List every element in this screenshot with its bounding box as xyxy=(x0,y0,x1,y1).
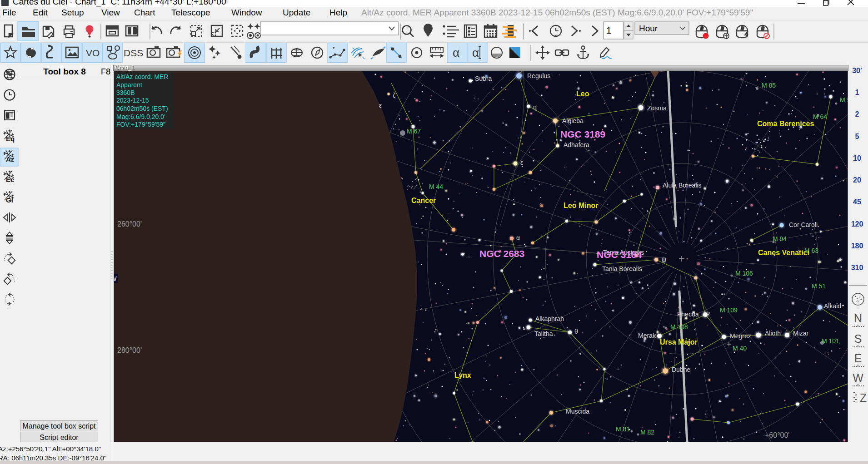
svg-text:3360B: 3360B xyxy=(116,89,135,96)
svg-text:VO: VO xyxy=(86,48,100,58)
svg-text:W: W xyxy=(853,371,863,384)
svg-text:Hour: Hour xyxy=(639,24,658,33)
svg-text:Cancer: Cancer xyxy=(411,197,436,204)
svg-text:280°00': 280°00' xyxy=(117,346,142,354)
svg-text:2023-12-15: 2023-12-15 xyxy=(116,97,149,104)
svg-text:ζ: ζ xyxy=(393,92,395,99)
svg-text:Eq: Eq xyxy=(6,135,15,143)
svg-text:M 101: M 101 xyxy=(822,337,839,345)
svg-text:M 109: M 109 xyxy=(720,306,738,314)
svg-text:M 94: M 94 xyxy=(773,235,787,242)
svg-text:M 81: M 81 xyxy=(616,425,630,433)
svg-text:1: 1 xyxy=(606,25,611,35)
svg-text:α: α xyxy=(453,46,459,59)
svg-text:θ: θ xyxy=(574,328,578,335)
svg-text:M 63: M 63 xyxy=(804,247,818,254)
svg-text:Canes Venatici: Canes Venatici xyxy=(758,249,809,257)
svg-text:Megrez: Megrez xyxy=(730,332,751,340)
svg-text:M 51: M 51 xyxy=(812,282,826,290)
svg-text:Alt/Az coord. MER: Alt/Az coord. MER xyxy=(116,73,168,80)
svg-text:Z: Z xyxy=(860,391,867,404)
svg-text:Dubhe: Dubhe xyxy=(672,366,690,373)
svg-text:Leo Minor: Leo Minor xyxy=(564,202,598,209)
svg-text:M 106: M 106 xyxy=(735,270,753,277)
svg-text:ε: ε xyxy=(379,102,382,109)
svg-text:06h02m50s (EST): 06h02m50s (EST) xyxy=(116,105,168,112)
svg-text:Coma Berenices: Coma Berenices xyxy=(757,120,814,128)
svg-text:NGC 3184: NGC 3184 xyxy=(597,249,642,260)
svg-text:E: E xyxy=(854,352,862,365)
svg-text:Mag:6.6/9.0,20.0': Mag:6.6/9.0,20.0' xyxy=(116,113,165,120)
svg-text:S: S xyxy=(854,332,862,345)
svg-text:Muscida: Muscida xyxy=(566,408,589,415)
svg-text:FOV:+179°59'59": FOV:+179°59'59" xyxy=(116,121,165,128)
svg-text:Adhafera: Adhafera xyxy=(564,141,589,148)
svg-text:M 44: M 44 xyxy=(429,183,443,190)
svg-text:α: α xyxy=(472,46,479,59)
svg-text:ε: ε xyxy=(520,159,523,166)
svg-text:260°00': 260°00' xyxy=(117,220,142,228)
svg-text:ψ: ψ xyxy=(662,256,666,263)
svg-text:M 67: M 67 xyxy=(407,128,421,135)
svg-text:Alkaphrah: Alkaphrah xyxy=(535,315,564,322)
svg-text:M 108: M 108 xyxy=(670,323,688,331)
svg-text:Zosma: Zosma xyxy=(647,104,667,112)
svg-text:Subra: Subra xyxy=(475,75,492,82)
svg-text:N: N xyxy=(854,312,862,325)
svg-text:Talitha: Talitha xyxy=(534,330,553,337)
svg-text:Apparent: Apparent xyxy=(116,81,142,89)
svg-text:Alioth: Alioth xyxy=(765,330,781,337)
svg-text:Gl: Gl xyxy=(6,196,13,204)
svg-text:M 5: M 5 xyxy=(840,96,848,104)
svg-text:Az: Az xyxy=(6,155,14,163)
svg-text:Phecda: Phecda xyxy=(677,311,699,318)
svg-text:M 64: M 64 xyxy=(813,113,827,120)
svg-text:M 82: M 82 xyxy=(640,429,654,436)
svg-text:Mizar: Mizar xyxy=(793,330,809,337)
svg-text:W: W xyxy=(114,275,117,282)
svg-text:Leo: Leo xyxy=(576,90,589,98)
svg-text:η: η xyxy=(533,104,537,111)
svg-text:Lynx: Lynx xyxy=(454,371,471,379)
svg-text:+60°00': +60°00' xyxy=(765,431,789,439)
svg-text:Alkaid: Alkaid xyxy=(824,302,841,310)
svg-text:Cor Caroli: Cor Caroli xyxy=(789,221,818,228)
svg-text:NGC 2683: NGC 2683 xyxy=(479,248,524,259)
svg-text:Tania Borealis: Tania Borealis xyxy=(602,265,642,272)
svg-text:Algieba: Algieba xyxy=(562,117,584,124)
svg-text:NGC 3189: NGC 3189 xyxy=(560,129,605,139)
svg-text:Ec: Ec xyxy=(6,176,14,183)
svg-text:Alula Borealis: Alula Borealis xyxy=(663,182,702,189)
svg-text:M 40: M 40 xyxy=(733,345,747,352)
svg-text:Merak: Merak xyxy=(638,332,656,339)
svg-text:α: α xyxy=(516,234,520,242)
svg-text:Ursa Major: Ursa Major xyxy=(660,338,698,346)
svg-text:Regulus: Regulus xyxy=(527,72,550,79)
svg-text:DSS: DSS xyxy=(124,48,143,58)
svg-text:M 85: M 85 xyxy=(762,82,776,89)
